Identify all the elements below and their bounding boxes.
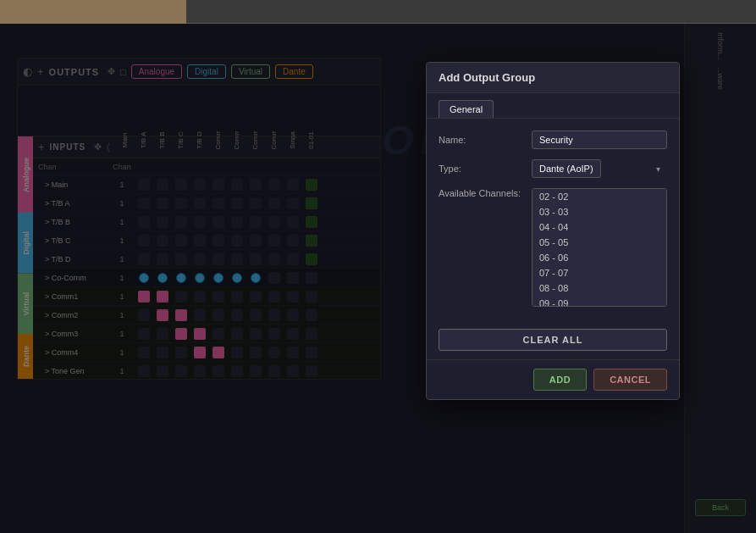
dialog-body: Name: Type: Dante (AoIP) Analogue Digita… [427, 119, 679, 329]
list-item[interactable]: 06 - 06 [533, 250, 666, 265]
dialog-tabs: General [427, 93, 679, 119]
list-item[interactable]: 03 - 03 [533, 204, 666, 219]
list-item[interactable]: 07 - 07 [533, 265, 666, 280]
list-item[interactable]: 09 - 09 [533, 296, 666, 307]
name-input[interactable] [532, 130, 667, 149]
list-item[interactable]: 02 - 02 [533, 189, 666, 204]
type-label: Type: [439, 164, 532, 174]
cancel-button[interactable]: CANCEL [593, 369, 667, 391]
type-field: Type: Dante (AoIP) Analogue Digital Virt… [439, 159, 667, 178]
list-item[interactable]: 08 - 08 [533, 280, 666, 296]
main-content: SONIFEX .com ◐ + OUTPUTS ✥ □ Analogue Di… [0, 24, 756, 533]
top-bar-line [186, 0, 756, 24]
add-button[interactable]: ADD [533, 369, 587, 391]
channels-list[interactable]: 02 - 02 03 - 03 04 - 04 05 - 05 06 - 06 … [532, 188, 667, 307]
dialog-title: Add Output Group [427, 63, 679, 93]
clear-all-row: CLEAR ALL [427, 329, 679, 359]
channels-label: Available Channels: [439, 188, 532, 198]
list-item[interactable]: 04 - 04 [533, 219, 666, 235]
top-bar-gold [0, 0, 186, 24]
top-bar [0, 0, 756, 24]
add-output-group-dialog: Add Output Group General Name: Type: Dan… [426, 62, 680, 400]
clear-all-button[interactable]: CLEAR ALL [439, 329, 667, 351]
dialog-footer: ADD CANCEL [427, 359, 679, 399]
list-item[interactable]: 05 - 05 [533, 235, 666, 250]
tab-general[interactable]: General [439, 100, 494, 118]
type-select-wrapper: Dante (AoIP) Analogue Digital Virtual [532, 159, 667, 178]
name-field: Name: [439, 130, 667, 149]
channels-field: Available Channels: 02 - 02 03 - 03 04 -… [439, 188, 667, 307]
type-select[interactable]: Dante (AoIP) Analogue Digital Virtual [532, 159, 601, 178]
name-label: Name: [439, 135, 532, 145]
